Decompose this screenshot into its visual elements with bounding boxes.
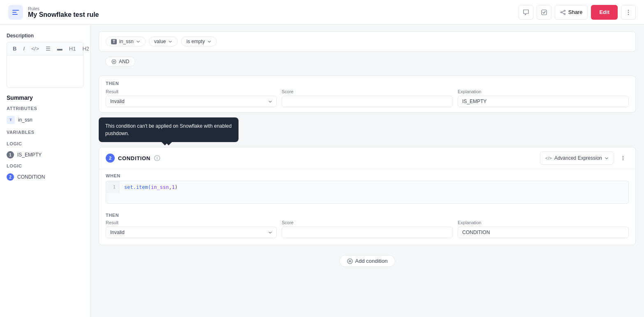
logic2-text: CONDITION — [17, 174, 45, 180]
explanation-input-2[interactable] — [458, 227, 629, 238]
result-label-2: Result — [106, 220, 277, 225]
logic1-text: IS_EMPTY — [17, 152, 42, 158]
svg-point-17 — [157, 157, 158, 158]
sidebar-logic-1: 1 IS_EMPTY — [7, 149, 83, 160]
svg-point-20 — [623, 159, 623, 160]
svg-line-7 — [562, 11, 564, 11]
and-button[interactable]: AND — [105, 57, 135, 67]
condition2-header-right: </> Advanced Expression — [540, 152, 629, 165]
and-container: AND — [99, 57, 636, 71]
then-label-2: THEN — [99, 209, 635, 220]
score-label-1: Score — [282, 89, 453, 94]
when-label-2: WHEN — [99, 169, 635, 181]
then-section-2: THEN Result Invalid Score Explan — [99, 209, 635, 245]
edit-button[interactable]: Edit — [591, 5, 618, 20]
h1-button[interactable]: H1 — [67, 45, 78, 53]
code-arg1: in_ssn — [151, 184, 169, 190]
svg-point-10 — [628, 11, 629, 12]
result-row-2: Result Invalid Score Explanation — [99, 220, 635, 238]
check-button[interactable] — [537, 5, 551, 20]
value-label: value — [154, 39, 166, 44]
page-title: My Snowflake test rule — [28, 11, 99, 18]
svg-point-5 — [564, 13, 565, 14]
result-group-1: Result Invalid — [106, 89, 277, 107]
explanation-label-2: Explanation — [458, 220, 629, 225]
result-row-1: Result Invalid Score Explanation — [106, 89, 629, 107]
logic-label-2: LOGIC — [7, 163, 83, 168]
sidebar: Description B I </> ☰ ▬ H1 H2 🔗 Summary … — [0, 25, 90, 317]
share-button[interactable]: Share — [555, 5, 588, 20]
svg-point-9 — [628, 9, 629, 10]
result-group-2: Result Invalid — [106, 220, 277, 238]
svg-point-4 — [564, 10, 565, 11]
description-editor[interactable] — [7, 55, 83, 88]
code-function: set.item( — [124, 184, 151, 190]
svg-line-8 — [562, 12, 564, 13]
list-button[interactable]: ☰ — [44, 45, 52, 53]
add-condition-button[interactable]: Add condition — [339, 255, 396, 267]
condition2-label: CONDITION — [118, 155, 151, 161]
score-input-2[interactable] — [282, 227, 453, 238]
svg-rect-0 — [12, 10, 19, 11]
code-button[interactable]: </> — [30, 45, 41, 53]
info-icon — [154, 155, 160, 161]
add-condition-bar: Add condition — [99, 250, 636, 272]
logic2-badge: 2 — [7, 173, 14, 181]
app-logo — [8, 5, 23, 20]
and-label: AND — [119, 59, 129, 64]
then-section-1: THEN Result Invalid Score Explanation — [99, 76, 636, 113]
result-dropdown-1[interactable]: Invalid — [106, 96, 277, 107]
sidebar-item-in-ssn: T in_ssn — [7, 114, 83, 126]
bold-button[interactable]: B — [11, 45, 18, 53]
header-left: Rules My Snowflake test rule — [8, 5, 99, 20]
svg-rect-3 — [542, 10, 547, 15]
italic-button[interactable]: I — [21, 45, 26, 53]
svg-point-6 — [561, 11, 562, 13]
body: Description B I </> ☰ ▬ H1 H2 🔗 Summary … — [0, 25, 644, 317]
more-options-button[interactable] — [621, 5, 636, 20]
attributes-label: ATTRIBUTES — [7, 106, 83, 111]
score-group-1: Score — [282, 89, 453, 107]
summary-title: Summary — [7, 94, 83, 101]
code-editor[interactable]: 1 set.item(in_ssn,1) — [106, 181, 629, 204]
svg-point-18 — [623, 156, 623, 157]
condition-value: is empty — [186, 39, 205, 44]
svg-rect-2 — [12, 14, 18, 15]
sidebar-logic-2: 2 CONDITION — [7, 172, 83, 182]
condition1-when: T in_ssn value is empty — [99, 31, 636, 52]
type-icon: T — [111, 39, 117, 44]
condition2-more-button[interactable] — [617, 152, 629, 164]
svg-rect-1 — [12, 12, 16, 13]
h2-button[interactable]: H2 — [81, 45, 90, 53]
logic-label-1: LOGIC — [7, 141, 83, 146]
logic1-badge: 1 — [7, 151, 14, 158]
explanation-input-1[interactable] — [458, 96, 629, 107]
condition2-header: 2 CONDITION </> Advanced Expression — [99, 147, 635, 169]
svg-point-11 — [628, 14, 629, 14]
editor-container: B I </> ☰ ▬ H1 H2 🔗 — [7, 42, 83, 88]
explanation-group-1: Explanation — [458, 89, 629, 107]
condition-dropdown[interactable]: is empty — [181, 37, 217, 46]
breadcrumb: Rules — [28, 6, 99, 11]
ordered-list-button[interactable]: ▬ — [56, 45, 64, 53]
result-dropdown-2[interactable]: Invalid — [106, 227, 277, 238]
advanced-expr-label: Advanced Expression — [554, 155, 602, 161]
when-row: T in_ssn value is empty — [106, 37, 629, 46]
value-dropdown[interactable]: value — [149, 37, 178, 46]
field-dropdown[interactable]: T in_ssn — [106, 37, 146, 46]
description-section: Description B I </> ☰ ▬ H1 H2 🔗 — [7, 33, 83, 88]
explanation-group-2: Explanation — [458, 220, 629, 238]
score-input-1[interactable] — [282, 96, 453, 107]
advanced-expression-button[interactable]: </> Advanced Expression — [540, 152, 614, 165]
comment-button[interactable] — [519, 5, 533, 20]
add-condition-label: Add condition — [355, 258, 388, 264]
code-empty-space — [106, 193, 628, 203]
line-number: 1 — [106, 181, 119, 193]
result-label-1: Result — [106, 89, 277, 94]
tooltip: This condition can't be applied on Snowf… — [99, 117, 239, 142]
field-value: in_ssn — [119, 39, 134, 44]
description-label: Description — [7, 33, 83, 39]
header-right: Share Edit — [519, 5, 636, 20]
main-content: T in_ssn value is empty AND — [90, 25, 644, 317]
score-group-2: Score — [282, 220, 453, 238]
